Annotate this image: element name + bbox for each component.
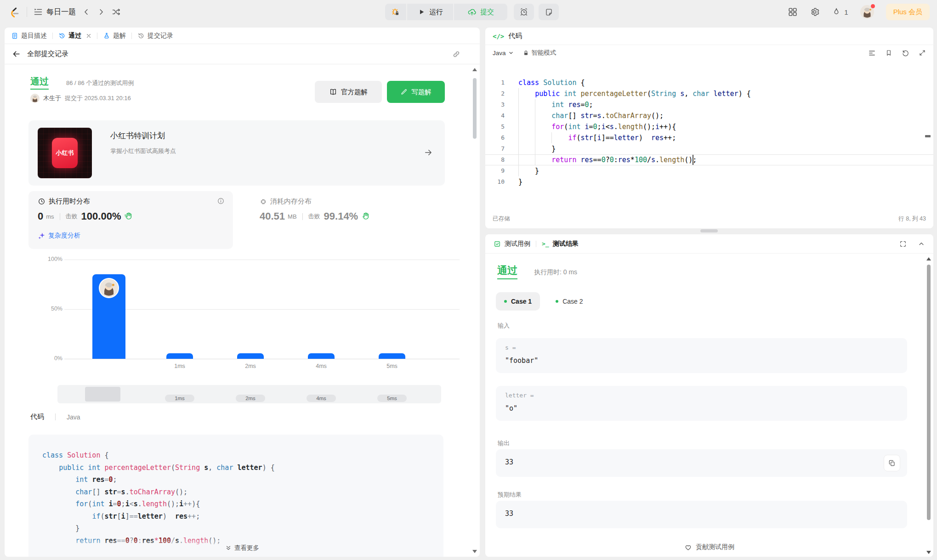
chart-zoom-strip[interactable]: 1ms2ms4ms5ms [57,385,441,403]
chart-bar[interactable] [237,353,264,359]
line-number: 5 [485,121,514,132]
clap-icon [124,212,133,221]
left-scrollbar[interactable] [472,68,477,553]
code-editor[interactable]: 1class Solution {2 public int percentage… [485,61,933,209]
editor-line[interactable]: 3 int res=0; [485,99,933,110]
smart-mode-toggle[interactable]: 智能模式 [523,49,557,57]
streak-counter[interactable]: 1 [832,7,848,17]
info-icon[interactable] [217,197,225,205]
editor-line[interactable]: 10} [485,176,933,187]
settings-gear-button[interactable] [810,7,820,17]
timer-button[interactable] [514,4,534,20]
saved-status: 已存储 [493,215,510,223]
code-line: int res=0; [42,474,430,486]
bookmark-icon[interactable] [885,49,892,57]
beat-label: 击败 [308,212,320,221]
close-icon[interactable] [86,33,91,39]
scroll-up-arrow[interactable] [926,257,931,260]
editor-line[interactable]: 1class Solution { [485,77,933,88]
output-box[interactable]: 33 [496,449,907,477]
write-solution-button[interactable]: 写题解 [387,81,445,103]
xiaohongshu-logo: 小红书 [52,138,78,168]
case-tab[interactable]: Case 1 [496,292,540,311]
zoom-strip-label[interactable]: 5ms [377,395,407,402]
tab-testcases[interactable]: 测试用例 [494,240,530,248]
official-solution-button[interactable]: 官方题解 [315,81,382,103]
collapse-chevron-icon[interactable] [918,240,925,248]
notes-button[interactable] [539,4,559,20]
editor-line[interactable]: 4 char[] str=s.toCharArray(); [485,110,933,121]
language-value: Java [493,50,506,57]
input-box[interactable]: letter ="o" [496,386,907,421]
editor-lines[interactable]: 1class Solution {2 public int percentage… [485,61,933,187]
scrollbar-thumb[interactable] [927,265,931,520]
format-icon[interactable] [868,49,876,57]
chart-bar[interactable] [379,353,405,359]
status-badge: 通过 [30,75,49,90]
reset-icon[interactable] [902,49,909,57]
line-code: return res==0?0:res*100/s.length(); [514,154,697,165]
daily-question-label: 每日一题 [46,7,76,17]
author-name[interactable]: 木生于 [43,94,61,102]
promo-banner[interactable]: 小红书 小红书特训计划 掌握小红书面试高频考点 [28,120,445,186]
problem-list-button[interactable]: 每日一题 [34,7,76,17]
case-label: Case 2 [562,298,583,305]
tab-result[interactable]: 通过 [58,32,91,40]
language-selector[interactable]: Java [493,50,514,57]
expected-box[interactable]: 33 [496,501,907,528]
editor-line[interactable]: 2 public int percentageLetter(String s, … [485,88,933,99]
tab-solutions[interactable]: 题解 [103,32,126,40]
prev-problem-button[interactable] [82,8,91,16]
chart-zoom-block[interactable] [85,387,120,402]
test-scrollbar[interactable] [926,257,931,554]
fullscreen-icon[interactable] [899,240,907,248]
arrow-right-icon[interactable] [424,148,433,157]
submit-button[interactable]: 提交 [454,4,507,20]
divider [52,33,53,39]
chart-bar[interactable] [166,353,193,359]
shuffle-button[interactable] [112,7,121,17]
panel-resize-handle[interactable] [700,229,718,232]
plus-member-button[interactable]: Plus 会员 [886,4,930,20]
zoom-strip-label[interactable]: 1ms [165,395,194,402]
debug-button[interactable] [385,4,406,20]
case-dot [504,300,507,303]
complexity-analysis-link[interactable]: 复杂度分析 [38,232,80,240]
clap-icon [361,212,370,221]
case-tab[interactable]: Case 2 [547,292,591,311]
scrollbar-thumb[interactable] [473,78,477,139]
editor-line[interactable]: 8 return res==0?0:res*100/s.length(); [485,154,933,165]
line-number: 6 [485,132,514,143]
editor-line[interactable]: 6 if(str[i]==letter) res++; [485,132,933,143]
copy-button[interactable] [884,455,900,471]
zoom-strip-label[interactable]: 4ms [307,395,336,402]
runtime-distribution-chart[interactable]: 1ms2ms4ms5ms 100%50%0%1ms2ms4ms5ms [5,257,480,409]
scroll-down-arrow[interactable] [472,550,477,553]
zoom-strip-label[interactable]: 2ms [236,395,265,402]
scroll-down-arrow[interactable] [926,551,931,554]
line-number: 2 [485,88,514,99]
expand-icon[interactable] [919,49,926,57]
tab-submissions[interactable]: 提交记录 [137,32,173,40]
run-button[interactable]: 运行 [407,4,453,20]
link-icon[interactable] [452,50,460,58]
tab-description[interactable]: 题目描述 [11,32,47,40]
leetcode-logo-icon[interactable] [8,6,20,18]
editor-line[interactable]: 7 } [485,143,933,154]
editor-line[interactable]: 9 } [485,165,933,176]
author-avatar[interactable] [30,94,40,103]
view-more-link[interactable]: 查看更多 [5,544,480,552]
scroll-up-arrow[interactable] [472,68,477,71]
next-problem-button[interactable] [97,8,105,16]
back-arrow-icon[interactable] [12,50,21,58]
test-header-actions [899,240,925,248]
cursor-position[interactable]: 行 8, 列 43 [898,215,926,223]
indent-guide [518,88,519,176]
chart-bar[interactable] [308,353,335,359]
tab-testresult[interactable]: >_ 测试结果 [542,240,579,248]
editor-line[interactable]: 5 for(int i=0;i<s.length();i++){ [485,121,933,132]
input-box[interactable]: s ="foobar" [496,338,907,373]
user-avatar[interactable] [860,5,874,19]
contribute-testcase-link[interactable]: 贡献测试用例 [485,543,933,551]
apps-grid-button[interactable] [788,7,798,17]
